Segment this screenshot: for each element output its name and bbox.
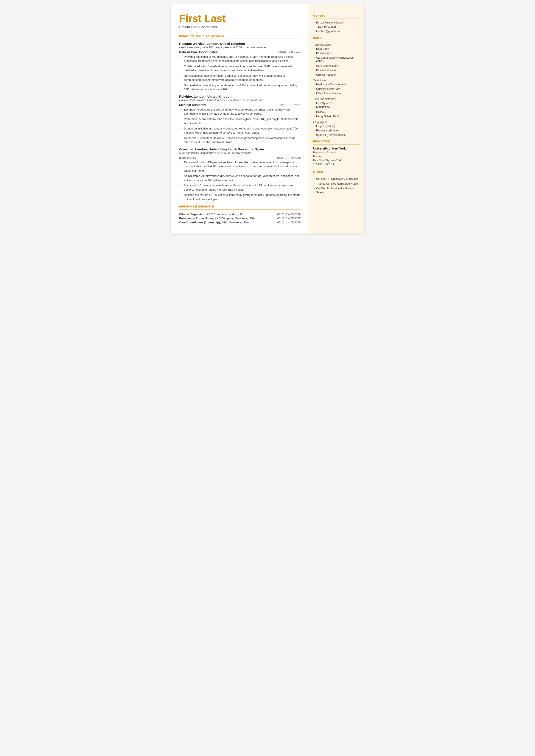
resume-container: First Last Patient Care Coordinator RELE… [171,4,364,234]
sidebar-education-title: EDUCATION [313,140,360,143]
job-1-bullets: Provided education to 400 patients, and … [179,55,301,92]
job-2-title: Medical Assistant [179,103,206,107]
other-item: Certified Professional in Patient Safety… [313,187,360,194]
technique-item: Healthcare Management [313,83,360,87]
job-1-title-row: Patient Care Coordinator 08/2021 – Prese… [179,50,301,54]
candidate-title: Patient Care Coordinator [179,25,301,29]
job-2-company-name: Polyhire, [179,95,193,98]
divider-relevant-work [179,39,301,39]
bullet: Started an initiative that regularly dis… [180,127,301,135]
bullet: Succeeded in maintaining accurate record… [180,83,301,92]
prev-exp-3-left: Care Coordinator (Internship), ABC, New … [179,221,273,224]
edu-degree: Bachelor of Science Nursing New York Cit… [313,151,360,166]
techniques-label: Techniques: [313,79,360,82]
job-2: Polyhire, London, United Kingdom Hospita… [179,95,301,144]
section-relevant-work-title: RELEVANT WORK EXPERIENCE [179,34,301,37]
bullet: Harvested insurance information from 2.7… [180,74,301,82]
job-3: Growthsi, London, United Kingdom & Barce… [179,147,301,201]
job-3-location: London, United Kingdom & Barcelona, Spai… [195,147,264,151]
contact-email: first.last@gmail.com [313,30,360,34]
sidebar-contact-title: CONTACT [313,14,360,17]
divider-prev-exp [179,209,301,210]
job-1: Resume Worded, London, United Kingdom He… [179,42,301,92]
bullet: Escorted 45 pediatric patients every day… [180,107,301,116]
languages-list: English (Native) Romanian (Native) Spani… [313,125,360,137]
sidebar-other-title: OTHER [313,170,360,173]
prev-exp-3-dates: 09/2014 – 05/2015 [277,221,301,224]
prev-exp-2: Emergency Room Nurse, XYZ Company, New Y… [179,217,301,220]
job-3-title-row: Staff Nurse 06/2018 – 09/2019 [179,156,301,160]
job-1-company-name: Resume Worded, [179,42,206,45]
prev-exp-1-dates: 06/2017 – 05/2018 [277,213,301,216]
prev-exp-2-title: Emergency Room Nurse, [179,217,214,220]
skill-item: Data Entry [313,47,360,51]
prev-exp-3-company: ABC, New York, USA [221,221,249,224]
bullet: Administered 21 intravenous (IV) drips s… [180,174,301,182]
job-3-company: Growthsi, London, United Kingdom & Barce… [179,147,301,151]
bullet: Collaborated with 10 medical team member… [180,64,301,73]
skill-item: Patient Education [313,69,360,73]
skill-item: Patient Care [313,51,360,55]
job-2-title-row: Medical Assistant 10/2019 – 07/2021 [179,103,301,107]
job-2-location: London, United Kingdom [194,95,232,98]
job-1-location: London, United Kingdom [206,42,245,45]
tools-list: Epic Systems MEDITECH HCPCS Henry Schein… [313,102,360,119]
prev-exp-3-title: Care Coordinator (Internship), [179,221,221,224]
contact-list: Bristol, United Kingdom +44 0 123456789 … [313,21,360,34]
sidebar-education-divider [313,144,360,145]
job-2-company: Polyhire, London, United Kingdom [179,95,301,98]
other-list: Certified in Healthcare Compliance. Trau… [313,177,360,194]
sidebar: CONTACT Bristol, United Kingdom +44 0 12… [308,4,364,234]
job-1-title: Patient Care Coordinator [179,50,217,54]
section-prev-exp-title: PREVIOUS EXPERIENCE [179,205,301,208]
prev-exp-1-title: Clinical Supervisor, [179,213,206,216]
job-3-company-name: Growthsi, [179,147,194,151]
tool-item: Epic Systems [313,102,360,105]
language-item: Spanish (Conversational) [313,133,360,137]
technical-skills-list: Data Entry Patient Care Cardiopulmonary … [313,47,360,77]
prev-exp-2-dates: 06/2016 – 05/2017 [277,217,301,220]
bullet: Gathered 15 equipment to assist 7 physic… [180,136,301,144]
bullet: Provided education to 400 patients, and … [180,55,301,63]
techniques-list: Healthcare Management Quality Patient Ca… [313,83,360,96]
job-2-dates: 10/2019 – 07/2021 [277,103,301,107]
prev-exp-1: Clinical Supervisor, ABC Company, London… [179,213,301,216]
tool-item: MEDITECH [313,106,360,110]
skill-item: Cardiopulmonary Resuscitation (CPR) [313,56,360,64]
job-3-title: Staff Nurse [179,156,196,160]
sidebar-contact-divider [313,18,360,19]
job-3-bullets: Received Growthsi Diligent Nurse Award f… [179,160,301,201]
contact-phone: +44 0 123456789 [313,25,360,29]
prev-exp-2-left: Emergency Room Nurse, XYZ Company, New Y… [179,217,273,220]
skill-item: Care Coordination [313,64,360,68]
other-item: Certified in Healthcare Compliance. [313,177,360,181]
language-item: Romanian (Native) [313,129,360,133]
sidebar-skills-divider [313,41,360,41]
languages-label: Languages: [313,121,360,124]
bullet: Managed 140 patients on ventilators whil… [180,183,301,192]
candidate-name: First Last [179,13,301,24]
edu-school: University of New York [313,147,360,150]
prev-exp-1-company: ABC Company, London, UK [207,213,243,216]
prev-exp-1-left: Clinical Supervisor, ABC Company, London… [179,213,273,216]
technique-item: Office Administration [313,92,360,96]
main-column: First Last Patient Care Coordinator RELE… [171,4,308,234]
prev-exp-3: Care Coordinator (Internship), ABC, New … [179,221,301,224]
tool-item: HCPCS [313,110,360,114]
language-item: English (Native) [313,125,360,129]
contact-address: Bristol, United Kingdom [313,21,360,25]
technique-item: Quality Patient Care [313,87,360,91]
job-2-bullets: Escorted 45 pediatric patients every day… [179,107,301,144]
job-1-company: Resume Worded, London, United Kingdom [179,42,301,45]
job-1-dates: 08/2021 – Present [278,51,301,54]
bullet: Boosted the morale of ~5K patients' fami… [180,193,301,201]
prev-exp-2-company: XYZ Company, New York, USA [214,217,255,220]
skill-item: Clinical Research [313,73,360,77]
job-3-dates: 06/2018 – 09/2019 [277,156,301,160]
bullet: Performed 65 phlebotomy jabs and Electro… [180,117,301,125]
bullet: Received Growthsi Diligent Nurse Award f… [180,160,301,173]
job-1-desc: Healthcare startup with 100+ employees a… [179,46,301,49]
job-3-desc: Multi-specialist Hospital with over 400,… [179,151,301,155]
tools-label: Tools and Software: [313,98,360,101]
tool-item: Henry Schein Dentrix [313,115,360,119]
